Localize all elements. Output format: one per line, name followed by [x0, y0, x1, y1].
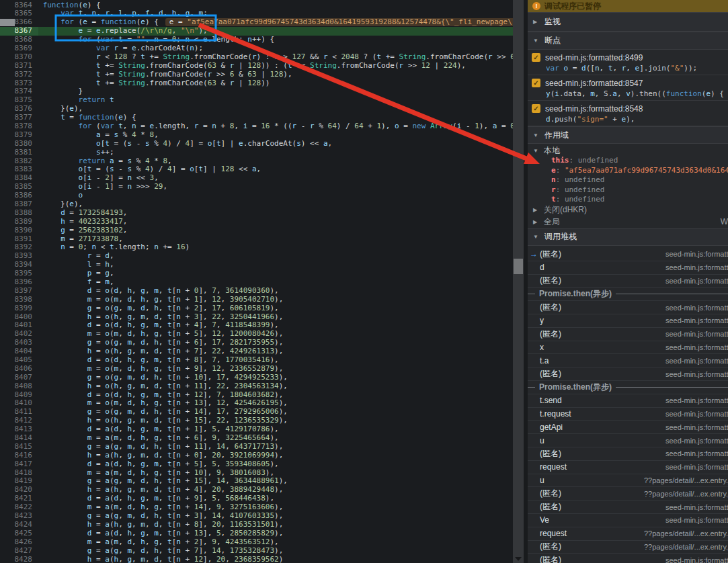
scope-section-header[interactable]: ▼ 作用域 [528, 126, 728, 144]
line-number[interactable]: 8382 [0, 157, 38, 166]
line-number[interactable]: 8416 [0, 451, 38, 460]
line-number[interactable]: 8408 [0, 382, 38, 391]
line-number[interactable]: 8394 [0, 261, 38, 269]
line-number[interactable]: 8428 [0, 556, 38, 563]
line-number[interactable]: 8401 [0, 321, 38, 330]
callstack-frame[interactable]: (匿名)seed-min.js:formatted:78 [528, 447, 728, 461]
callstack-frame[interactable]: (匿名)seed-min.js:formatted:84 [528, 275, 728, 288]
line-number[interactable]: 8378 [0, 122, 38, 131]
line-number[interactable]: 8420 [0, 486, 38, 494]
line-number[interactable]: 8415 [0, 443, 38, 451]
callstack-frame[interactable]: xseed-min.js:formatted:85 [528, 341, 728, 355]
scope-variable[interactable]: n: undefined [528, 175, 728, 185]
line-number[interactable]: 8379 [0, 131, 38, 140]
callstack-frame[interactable]: (匿名)seed-min.js:formatted:6 [528, 554, 728, 563]
line-number[interactable]: 8373 [0, 79, 38, 88]
callstack-frame[interactable]: u??pages/detail/...ex.entry.js [528, 474, 728, 488]
line-number[interactable]: 8405 [0, 356, 38, 365]
callstack-frame[interactable]: →(匿名)seed-min.js:formatted:8 [528, 248, 728, 261]
callstack-frame[interactable]: (匿名)??pages/detail/...ex.entry.js [528, 487, 728, 501]
line-number[interactable]: 8385 [0, 183, 38, 191]
editor-scrollbar[interactable] [513, 0, 524, 563]
line-number[interactable]: 8392 [0, 243, 38, 252]
line-number[interactable]: 8380 [0, 140, 38, 148]
line-number[interactable]: 8377 [0, 114, 38, 122]
breakpoint-item[interactable]: ✓seed-min.js:formatted:8548d.push("sign=… [528, 101, 728, 126]
line-number[interactable]: 8425 [0, 529, 38, 538]
callstack-frame[interactable]: (匿名)seed-min.js:formatted:6 [528, 501, 728, 514]
line-number[interactable]: 8413 [0, 425, 38, 434]
breakpoint-item[interactable]: ✓seed-min.js:formatted:8547y(i.data, m, … [528, 75, 728, 101]
line-number[interactable]: 8372 [0, 71, 38, 79]
breakpoint-checkbox[interactable]: ✓ [532, 79, 540, 87]
line-number[interactable]: 8417 [0, 460, 38, 469]
line-number[interactable]: 8365 [0, 9, 38, 18]
callstack-frame[interactable]: request??pages/detail/...ex.entry.js [528, 527, 728, 541]
line-number[interactable]: 8367 [0, 27, 38, 36]
callstack-frame[interactable]: Veseed-min.js:formatted:6 [528, 514, 728, 527]
line-number[interactable]: 8410 [0, 399, 38, 408]
scope-variable[interactable]: e: "af5ea7aa071afc99d96745743d3634d0&164… [528, 166, 728, 176]
line-number[interactable]: 8418 [0, 469, 38, 478]
breakpoint-checkbox[interactable]: ✓ [532, 104, 540, 113]
line-number[interactable]: 8407 [0, 374, 38, 382]
callstack-frame[interactable]: (匿名)seed-min.js:formatted:77 [528, 367, 728, 381]
line-number[interactable]: 8390 [0, 226, 38, 235]
line-number[interactable]: 8411 [0, 408, 38, 417]
line-number[interactable]: 8419 [0, 477, 38, 486]
line-number[interactable]: 8393 [0, 252, 38, 261]
line-number[interactable]: 8384 [0, 174, 38, 183]
callstack-frame[interactable]: useed-min.js:formatted:78 [528, 434, 728, 447]
line-number[interactable]: 8427 [0, 547, 38, 556]
line-number[interactable]: 8399 [0, 304, 38, 313]
callstack-frame[interactable]: t.aseed-min.js:formatted:86 [528, 354, 728, 367]
line-number[interactable]: 8406 [0, 365, 38, 374]
callstack-frame[interactable]: t.sendseed-min.js:formatted:77 [528, 394, 728, 408]
line-number[interactable]: 8388 [0, 209, 38, 218]
line-number[interactable]: 8412 [0, 417, 38, 425]
line-number[interactable]: 8400 [0, 313, 38, 322]
line-number[interactable]: 8397 [0, 287, 38, 296]
line-number[interactable]: 8366 [0, 18, 38, 27]
line-number[interactable]: 8396 [0, 278, 38, 287]
line-number[interactable]: 8374 [0, 87, 38, 96]
line-number[interactable]: 8395 [0, 269, 38, 278]
watch-section-header[interactable]: ▶ 监视 [528, 12, 728, 32]
scope-group-header[interactable]: ▼本地 [528, 145, 728, 156]
callstack-frame[interactable]: requestseed-min.js:formatted:78 [528, 461, 728, 474]
line-number[interactable]: 8383 [0, 165, 38, 174]
line-number[interactable]: 8409 [0, 391, 38, 400]
line-number[interactable]: 8426 [0, 538, 38, 547]
callstack-frame[interactable]: dseed-min.js:formatted:8 [528, 261, 728, 275]
callstack-frame[interactable]: (匿名)??pages/detail/...ex.entry.js [528, 541, 728, 554]
line-number[interactable]: 8376 [0, 105, 38, 114]
breakpoints-section-header[interactable]: ▼ 断点 [528, 32, 728, 50]
line-number[interactable]: 8375 [0, 96, 38, 105]
line-number[interactable]: 8371 [0, 62, 38, 71]
line-number[interactable]: 8369 [0, 44, 38, 53]
breakpoint-item[interactable]: ✓seed-min.js:formatted:8499var o = d([n,… [528, 50, 728, 75]
scope-variable[interactable]: t: undefined [528, 195, 728, 205]
scope-group-header[interactable]: ▶关闭(dHKR) [528, 205, 728, 216]
scrollbar-thumb[interactable] [514, 259, 523, 274]
callstack-frame[interactable]: yseed-min.js:formatted:84 [528, 314, 728, 328]
callstack-frame[interactable]: getApiseed-min.js:formatted:78 [528, 421, 728, 434]
line-number[interactable]: 8403 [0, 339, 38, 347]
line-number[interactable]: 8398 [0, 296, 38, 304]
line-number[interactable]: 8386 [0, 191, 38, 200]
callstack-frame[interactable]: (匿名)seed-min.js:formatted:84 [528, 301, 728, 314]
line-number[interactable]: 8421 [0, 494, 38, 503]
line-number[interactable]: 8402 [0, 330, 38, 339]
line-number[interactable]: 8364 [0, 1, 38, 10]
line-number[interactable]: 8389 [0, 218, 38, 226]
line-number[interactable]: 8381 [0, 148, 38, 157]
line-number[interactable]: 8370 [0, 53, 38, 62]
line-number[interactable]: 8391 [0, 235, 38, 244]
line-number[interactable]: 8387 [0, 200, 38, 209]
line-number[interactable]: 8424 [0, 521, 38, 529]
scope-variable[interactable]: this: undefined [528, 156, 728, 166]
callstack-frame[interactable]: t.requestseed-min.js:formatted:76 [528, 408, 728, 421]
line-number[interactable]: 8422 [0, 503, 38, 512]
scope-variable[interactable]: r: undefined [528, 185, 728, 196]
callstack-section-header[interactable]: ▼ 调用堆栈 [528, 228, 728, 246]
